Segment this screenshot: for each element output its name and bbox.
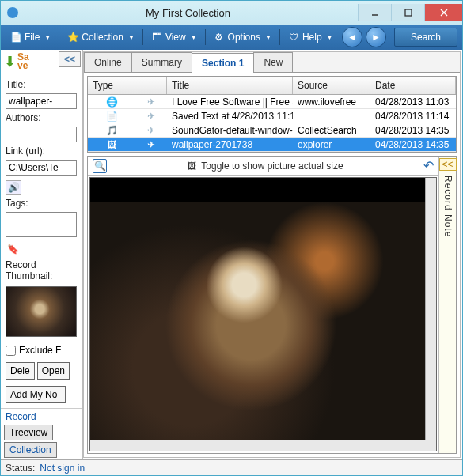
chevron-down-icon: ▼ (191, 34, 197, 41)
table-header: Type Title Source Date (88, 77, 456, 95)
save-label: Sa ve (17, 53, 29, 70)
menu-view[interactable]: 🗔 View ▼ (146, 29, 202, 45)
add-note-button[interactable]: Add My No (6, 386, 66, 403)
thumbnail-image (6, 287, 76, 336)
sidebar-top: ⬇ Sa ve << (1, 50, 82, 74)
tab-section1[interactable]: Section 1 (192, 53, 254, 73)
image-area[interactable] (89, 177, 437, 451)
cell-date: 04/28/2013 14:35 (370, 124, 456, 137)
tab-strip: Online Summary Section 1 New (84, 52, 460, 73)
exclude-label: Exclude F (19, 345, 61, 356)
send-icon: ✈ (147, 139, 155, 150)
cell-source (293, 115, 370, 117)
table-row[interactable]: 🎵 ✈ SoundGator-default-window-1 CollectS… (88, 123, 456, 138)
records-table: Type Title Source Date 🌐 ✈ I Love Free S… (87, 76, 457, 153)
record-thumbnail[interactable] (6, 286, 77, 337)
link-label: Link (url): (6, 145, 78, 157)
svg-rect-1 (405, 9, 412, 16)
col-title[interactable]: Title (167, 77, 293, 94)
menu-file[interactable]: 📄 File ▼ (6, 29, 55, 45)
help-icon: 🛡 (288, 32, 299, 43)
window-buttons (358, 4, 462, 21)
table-row[interactable]: 📄 ✈ Saved Text at 4/28/2013 11:14 04/28/… (88, 109, 456, 123)
undo-icon[interactable]: ↶ (423, 158, 434, 173)
col-source[interactable]: Source (293, 77, 370, 94)
main-panel: Online Summary Section 1 New Type Title … (83, 51, 461, 458)
cell-date: 04/28/2013 14:35 (370, 138, 456, 151)
send-icon: ✈ (147, 125, 155, 136)
send-icon: ✈ (147, 96, 155, 108)
tags-input[interactable] (6, 212, 77, 237)
menu-help[interactable]: 🛡 Help ▼ (283, 29, 338, 45)
vertical-scrollbar[interactable] (425, 178, 436, 440)
toggle-size-button[interactable]: 🖼 Toggle to show picture actual size (113, 161, 417, 172)
status-bar: Status: Not sign in (1, 459, 462, 475)
title-input[interactable] (6, 93, 77, 109)
app-window: My First Collection 📄 File ▼ ⭐ Collectio… (0, 0, 463, 476)
menu-bar: 📄 File ▼ ⭐ Collection ▼ 🗔 View ▼ ⚙ Optio… (1, 25, 462, 50)
table-row[interactable]: 🌐 ✈ I Love Free Software || Free So www.… (88, 95, 456, 109)
tag-icon[interactable]: 🔖 (6, 242, 20, 256)
cell-title: Saved Text at 4/28/2013 11:14 (167, 110, 293, 123)
status-value: Not sign in (40, 463, 85, 474)
record-link[interactable]: Record (1, 408, 82, 425)
viewer-sidebar: << Record Note (438, 157, 456, 453)
sidebar: ⬇ Sa ve << Title: Authors: Link (url): 🔊… (1, 50, 83, 459)
picture-icon: 🖼 (187, 161, 196, 172)
menu-separator (205, 29, 206, 45)
chevron-down-icon: ▼ (44, 34, 51, 41)
tab-new[interactable]: New (253, 52, 293, 72)
minimize-button[interactable] (358, 4, 391, 21)
menu-file-label: File (25, 32, 40, 43)
image-viewer: 🔍 🖼 Toggle to show picture actual size ↶ (87, 156, 457, 454)
window-title: My First Collection (18, 7, 358, 19)
save-button[interactable]: ⬇ Sa ve (2, 51, 31, 72)
sound-icon[interactable]: 🔊 (6, 180, 21, 195)
cell-date: 04/28/2013 11:03 (370, 96, 456, 108)
cell-date: 04/28/2013 11:14 (370, 110, 456, 123)
close-button[interactable] (424, 4, 462, 21)
chevron-down-icon: ▼ (128, 34, 135, 41)
horizontal-scrollbar[interactable] (90, 440, 436, 451)
tags-label: Tags: (6, 198, 78, 209)
record-note-label[interactable]: Record Note (442, 176, 454, 237)
zoom-icon[interactable]: 🔍 (93, 159, 107, 173)
table-row[interactable]: 🖼 ✈ wallpaper-2701738 explorer 04/28/201… (88, 138, 456, 152)
search-button[interactable]: Search (394, 28, 457, 47)
exclude-checkbox[interactable] (6, 346, 16, 356)
collection-icon: ⭐ (67, 32, 78, 43)
col-blank[interactable] (135, 77, 167, 94)
authors-input[interactable] (6, 127, 77, 142)
menu-separator (279, 29, 280, 45)
record-form: Title: Authors: Link (url): 🔊 Tags: 🔖 Re… (1, 74, 82, 406)
app-icon (7, 7, 18, 18)
toggle-label: Toggle to show picture actual size (201, 161, 343, 172)
maximize-button[interactable] (391, 4, 424, 21)
authors-label: Authors: (6, 112, 78, 123)
cell-source: www.ilovefree (293, 96, 370, 108)
nav-back-button[interactable]: ◄ (342, 27, 362, 47)
menu-options[interactable]: ⚙ Options ▼ (209, 29, 276, 45)
tab-summary[interactable]: Summary (131, 52, 192, 72)
expand-notes-button[interactable]: << (439, 158, 457, 171)
collection-tab[interactable]: Collection (4, 442, 57, 458)
delete-button[interactable]: Dele (6, 362, 35, 380)
sidebar-bottom: Record Treeview Collection (1, 408, 82, 459)
sidebar-collapse-button[interactable]: << (59, 51, 81, 67)
nav-forward-button[interactable]: ► (366, 27, 386, 47)
menu-separator (59, 29, 59, 45)
status-label: Status: (6, 463, 35, 474)
link-input[interactable] (6, 160, 77, 176)
viewer-toolbar: 🔍 🖼 Toggle to show picture actual size ↶ (88, 157, 438, 176)
upper-area: ⬇ Sa ve << Title: Authors: Link (url): 🔊… (1, 50, 462, 459)
menu-collection[interactable]: ⭐ Collection ▼ (63, 29, 139, 45)
col-type[interactable]: Type (88, 77, 135, 94)
open-button[interactable]: Open (37, 362, 70, 380)
viewer-main: 🔍 🖼 Toggle to show picture actual size ↶ (88, 157, 438, 453)
chevron-down-icon: ▼ (327, 34, 333, 41)
treeview-tab[interactable]: Treeview (4, 425, 53, 440)
cell-title: SoundGator-default-window-1 (167, 124, 293, 137)
cell-title: wallpaper-2701738 (167, 138, 293, 151)
tab-online[interactable]: Online (84, 52, 132, 72)
col-date[interactable]: Date (370, 77, 456, 94)
